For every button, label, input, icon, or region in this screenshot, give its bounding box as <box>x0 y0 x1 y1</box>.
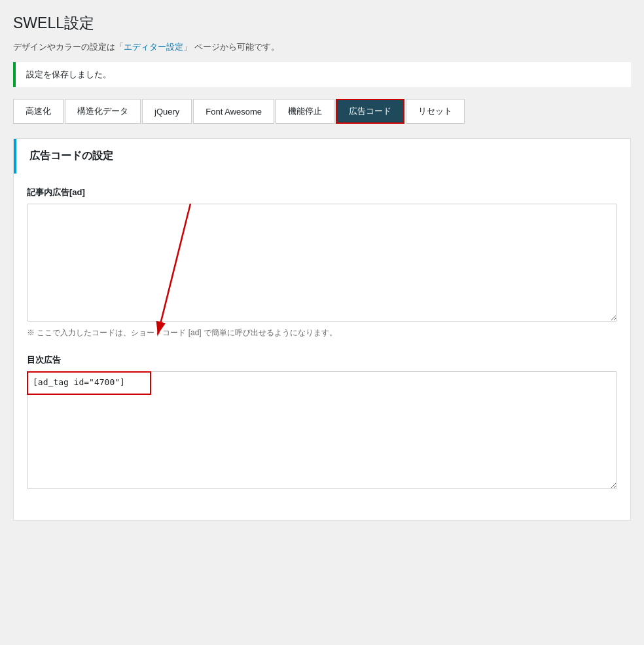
subtitle-bar: デザインやカラーの設定は「エディター設定」 ページから可能です。 <box>13 41 631 53</box>
article-ad-textarea[interactable] <box>27 204 617 322</box>
article-ad-hint-text: ※ ここで入力したコードは、ショートコード [ad] で簡単に呼び出せるようにな… <box>27 328 337 337</box>
tab-jquery[interactable]: jQuery <box>142 99 192 124</box>
tab-reset[interactable]: リセット <box>406 99 465 124</box>
tab-disable[interactable]: 機能停止 <box>276 99 334 124</box>
tabs-wrapper: 高速化 構造化データ jQuery Font Awesome 機能停止 広告コー… <box>13 99 631 125</box>
toc-ad-textarea[interactable] <box>27 371 617 489</box>
page-title: SWELL設定 <box>13 13 631 33</box>
notice-bar: 設定を保存しました。 <box>13 62 631 87</box>
section-card: 広告コードの設定 記事内広告[ad] <box>13 138 631 521</box>
tab-structured[interactable]: 構造化データ <box>65 99 141 124</box>
page-wrapper: SWELL設定 デザインやカラーの設定は「エディター設定」 ページから可能です。… <box>0 0 644 645</box>
subtitle-suffix: 」 ページから可能です。 <box>183 42 279 52</box>
tab-fontawesome[interactable]: Font Awesome <box>193 99 274 124</box>
toc-ad-textarea-wrapper <box>27 371 617 491</box>
tab-speed[interactable]: 高速化 <box>13 99 63 124</box>
article-ad-label: 記事内広告[ad] <box>27 187 617 198</box>
section-body: 記事内広告[ad] ※ ここで入力したコードは、ショートコード [ <box>14 174 630 520</box>
subtitle-prefix: デザインやカラーの設定は「 <box>13 42 124 52</box>
editor-settings-link[interactable]: エディター設定 <box>124 42 183 52</box>
article-ad-textarea-wrapper <box>27 204 617 323</box>
article-ad-hint: ※ ここで入力したコードは、ショートコード [ad] で簡単に呼び出せるようにな… <box>27 327 617 339</box>
section-title: 広告コードの設定 <box>14 139 630 174</box>
notice-text: 設定を保存しました。 <box>26 69 111 79</box>
tab-adcode[interactable]: 広告コード <box>336 99 404 124</box>
toc-ad-group: 目次広告 <box>27 354 617 491</box>
toc-ad-label: 目次広告 <box>27 354 617 366</box>
article-ad-group: 記事内広告[ad] ※ ここで入力したコードは、ショートコード [ <box>27 187 617 339</box>
